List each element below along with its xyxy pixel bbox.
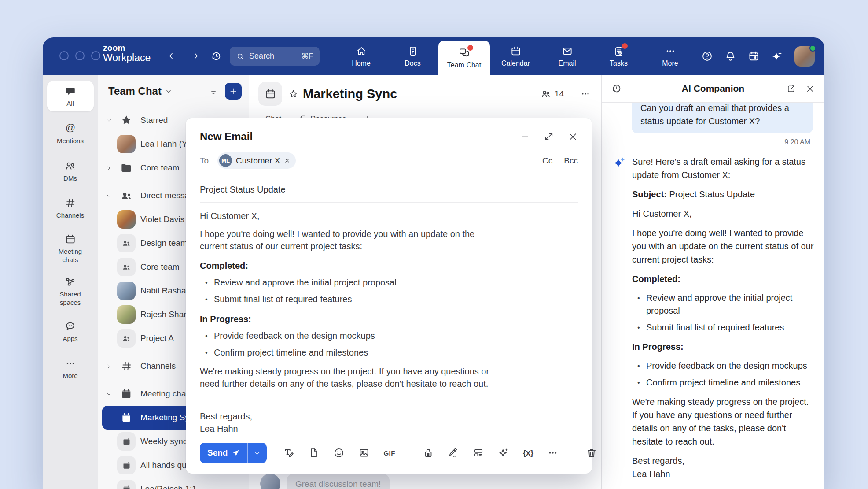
ai-companion-panel: AI Companion Can you draft an email that…	[601, 75, 824, 489]
traffic-light-minimize[interactable]	[75, 51, 85, 60]
list-item-lea-rajesh[interactable]: Lea/Rajesh 1:1	[102, 477, 245, 489]
list-item-label: Nabil Rashad	[140, 286, 191, 296]
help-icon[interactable]	[701, 50, 713, 62]
channel-more-icon[interactable]	[580, 89, 591, 99]
ai-compose-icon[interactable]	[498, 447, 509, 459]
presence-indicator	[809, 45, 816, 52]
calendar-icon	[117, 388, 136, 400]
app-window: zoom Workplace Search ⌘F Home	[43, 37, 824, 489]
list-item-label: Starred	[140, 115, 168, 125]
toolbar-more-icon[interactable]	[547, 447, 559, 459]
favorite-star-icon[interactable]	[288, 89, 298, 99]
tab-tasks[interactable]: Tasks	[593, 37, 644, 75]
chat-list-title[interactable]: Team Chat	[108, 85, 172, 97]
user-avatar[interactable]	[794, 46, 815, 67]
members-button[interactable]: 14	[541, 89, 564, 99]
recipient-chip[interactable]: ML Customer X	[217, 152, 296, 169]
tab-email[interactable]: Email	[541, 37, 593, 75]
chevron-down-icon	[106, 391, 112, 397]
members-icon	[541, 89, 551, 99]
minimize-icon[interactable]	[520, 132, 530, 141]
rail-item-dms[interactable]: DMs	[47, 159, 94, 184]
ai-conversation: Can you draft an email that provides a s…	[602, 103, 824, 489]
history-icon[interactable]	[210, 50, 222, 62]
text-format-icon[interactable]	[283, 447, 294, 459]
window-controls[interactable]	[59, 51, 100, 60]
search-input[interactable]: Search ⌘F	[230, 47, 320, 66]
back-button[interactable]	[165, 50, 177, 62]
traffic-light-zoom[interactable]	[91, 51, 100, 60]
tab-home[interactable]: Home	[335, 37, 387, 75]
new-chat-button[interactable]	[225, 83, 242, 100]
list-item-label: Design team	[140, 238, 188, 248]
ai-inprogress-label: In Progress:	[632, 340, 814, 353]
rail-item-channels[interactable]: Channels	[47, 196, 94, 222]
calendar-icon	[510, 45, 522, 57]
plus-icon	[229, 87, 238, 96]
attach-file-icon[interactable]	[308, 447, 320, 459]
cc-button[interactable]: Cc	[542, 156, 552, 166]
chevron-down-icon	[106, 193, 112, 199]
rail-label: All	[66, 100, 74, 108]
chevron-right-icon	[106, 165, 112, 171]
calendar-date-icon[interactable]	[748, 50, 760, 62]
tab-team-chat[interactable]: Team Chat	[438, 41, 490, 75]
people-icon	[117, 189, 136, 202]
traffic-light-close[interactable]	[59, 51, 69, 60]
list-item-label: Lea/Rajesh 1:1	[140, 484, 197, 489]
email-icon	[562, 45, 573, 57]
send-plane-icon	[232, 449, 240, 457]
list-item: Submit final list of required features	[636, 321, 814, 334]
forward-button[interactable]	[190, 50, 202, 62]
rail-item-shared-spaces[interactable]: Shared spaces	[47, 276, 94, 307]
expand-icon[interactable]	[544, 132, 554, 141]
nav-tabs: Home Docs Team Chat Calendar	[335, 37, 696, 75]
list-item: Review and approve the initial project p…	[203, 276, 504, 289]
home-icon	[356, 45, 367, 57]
rail-item-more[interactable]: More	[47, 356, 94, 382]
delete-draft-icon[interactable]	[586, 447, 597, 459]
rail-item-all[interactable]: All	[47, 81, 94, 111]
ai-close-icon[interactable]	[805, 84, 815, 93]
list-item-label: Weekly sync	[140, 437, 187, 446]
gif-button[interactable]: GIF	[383, 449, 395, 457]
bcc-button[interactable]: Bcc	[564, 156, 578, 166]
rail-label: Shared spaces	[53, 290, 88, 307]
ai-intro2: I hope you're doing well! I wanted to pr…	[632, 226, 814, 266]
avatar	[260, 474, 280, 489]
rail-label: Mentions	[57, 137, 84, 145]
email-body-editor[interactable]: Hi Customer X, I hope you're doing well!…	[186, 203, 518, 435]
tab-calendar[interactable]: Calendar	[490, 37, 541, 75]
open-external-icon[interactable]	[787, 84, 796, 93]
list-item-label: Channels	[140, 361, 176, 371]
filter-icon[interactable]	[208, 86, 219, 96]
rail-item-apps[interactable]: Apps	[47, 319, 94, 345]
message-timestamp: 9:20 AM	[612, 138, 810, 146]
recipient-name: Customer X	[236, 156, 280, 166]
rail-item-meeting-chats[interactable]: Meeting chats	[47, 233, 94, 264]
email-completed-list: Review and approve the initial project p…	[203, 276, 504, 306]
list-item: Provide feedback on the design mockups	[203, 330, 504, 342]
send-button[interactable]: Send	[200, 443, 247, 463]
recipient-avatar: ML	[219, 154, 232, 167]
rail-item-mentions[interactable]: @ Mentions	[47, 121, 94, 147]
subject-field[interactable]: Project Status Update	[186, 177, 592, 202]
close-icon[interactable]	[568, 132, 578, 142]
avatar	[117, 305, 136, 324]
emoji-icon[interactable]	[333, 447, 345, 459]
signature-icon[interactable]	[448, 447, 459, 459]
calendar-icon	[117, 480, 136, 489]
ai-sparkle-icon[interactable]	[771, 50, 783, 62]
tab-more[interactable]: More	[644, 37, 696, 75]
encrypt-icon[interactable]	[423, 447, 434, 459]
remove-recipient-icon[interactable]	[284, 157, 291, 164]
send-options-button[interactable]	[247, 443, 267, 463]
image-icon[interactable]	[358, 447, 370, 459]
list-item: Provide feedback on the design mockups	[636, 359, 814, 372]
notifications-icon[interactable]	[725, 50, 736, 62]
tab-docs[interactable]: Docs	[387, 37, 438, 75]
variable-button[interactable]: {x}	[523, 448, 533, 458]
compose-toolbar: Send GIF {x}	[200, 443, 579, 463]
avatar	[117, 282, 136, 300]
template-icon[interactable]	[473, 447, 484, 459]
